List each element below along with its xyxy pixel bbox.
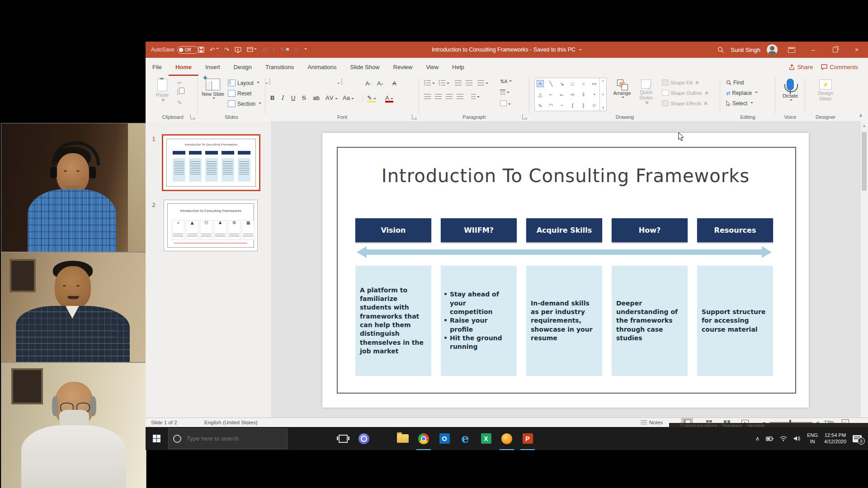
- tab-design[interactable]: Design: [227, 58, 259, 76]
- gallery-more-icon[interactable]: ⊽: [602, 106, 604, 110]
- new-slide-button[interactable]: New Slide: [202, 79, 224, 100]
- taskbar-app-orange[interactable]: [496, 427, 517, 450]
- comments-button[interactable]: Comments: [821, 64, 858, 70]
- shapes-gallery-scrollbar[interactable]: ∧ ∨ ⊽: [599, 78, 606, 111]
- slide-text-box-1[interactable]: A platform to familiarize students with …: [355, 266, 431, 376]
- layout-button[interactable]: Layout: [228, 80, 259, 86]
- elbow-arrow-icon[interactable]: ⌙: [560, 92, 564, 98]
- slide-text-box-4[interactable]: Deeper understanding of the frameworks t…: [612, 266, 688, 376]
- double-arrow-shape[interactable]: [361, 249, 768, 255]
- taskbar-app-powerpoint[interactable]: P: [517, 427, 538, 450]
- battery-icon[interactable]: [766, 436, 774, 441]
- text-highlight-button[interactable]: ✎: [367, 95, 376, 103]
- vertical-scrollbar[interactable]: ▲: [860, 121, 868, 418]
- line-shape-icon[interactable]: ╲: [549, 81, 552, 87]
- pie-shape-icon[interactable]: ◔: [593, 92, 596, 97]
- line-spacing-button[interactable]: [477, 80, 488, 86]
- taskbar-app-excel[interactable]: X: [476, 427, 496, 450]
- change-case-button[interactable]: Aa: [343, 95, 354, 101]
- arrow-shape-icon[interactable]: ↘: [560, 81, 564, 87]
- format-painter-icon[interactable]: ✎: [177, 99, 182, 106]
- shape-effects-button[interactable]: Shape Effects: [662, 100, 707, 106]
- slide-indicator[interactable]: Slide 1 of 2: [151, 418, 177, 427]
- language-tray[interactable]: ENG IN: [807, 432, 818, 445]
- bullets-button[interactable]: [424, 80, 435, 86]
- scrollbar-thumb[interactable]: [862, 132, 867, 191]
- replace-button[interactable]: ⇄ Replace: [726, 90, 758, 96]
- ribbon-display-options-button[interactable]: [784, 42, 799, 58]
- find-button[interactable]: Find: [726, 80, 744, 86]
- participant-video-1[interactable]: [1, 123, 146, 252]
- slide-nav-button-how[interactable]: How?: [612, 218, 688, 242]
- tab-help[interactable]: Help: [445, 58, 471, 76]
- select-button[interactable]: Select: [726, 100, 753, 107]
- shape-outline-button[interactable]: Shape Outline: [662, 90, 708, 96]
- rectangle-shape-icon[interactable]: □: [571, 81, 574, 86]
- slide-thumbnail-2[interactable]: Introduction to Consulting Frameworks » …: [164, 200, 258, 251]
- font-dialog-launcher[interactable]: ↘: [412, 114, 417, 119]
- action-center-icon[interactable]: 2: [853, 435, 862, 442]
- tab-insert[interactable]: Insert: [198, 58, 227, 76]
- slide-nav-button-acquire-skills[interactable]: Acquire Skills: [526, 218, 602, 242]
- reset-button[interactable]: Reset: [228, 90, 251, 97]
- participant-video-3[interactable]: [1, 362, 146, 488]
- taskbar-app-file-explorer[interactable]: [392, 427, 413, 450]
- arc-shape-icon[interactable]: ◠: [549, 103, 553, 108]
- start-button[interactable]: [146, 427, 167, 450]
- shapes-gallery[interactable]: A ╲ ↘ □ ○ ▭ △ ⌐ ⌙ ⇨ ⇩ ◔ ∿ ◠ ~: [534, 78, 607, 111]
- tab-home[interactable]: Home: [169, 58, 198, 76]
- curve-shape-icon[interactable]: ~: [560, 103, 563, 108]
- section-button[interactable]: Section: [228, 100, 261, 107]
- font-color-button[interactable]: A: [385, 95, 393, 103]
- convert-smartart-button[interactable]: [500, 100, 511, 107]
- wifi-icon[interactable]: [780, 436, 787, 441]
- user-name[interactable]: Sunil Singh: [731, 47, 760, 53]
- slide-nav-button-wiifm[interactable]: WIIFM?: [441, 218, 517, 242]
- slide-title[interactable]: Introduction To Consulting Frameworks: [322, 165, 809, 186]
- copy-icon[interactable]: [177, 89, 182, 95]
- scroll-down-icon[interactable]: ∨: [602, 93, 604, 96]
- strikethrough-button[interactable]: S: [302, 95, 306, 101]
- task-view-button[interactable]: [333, 427, 354, 450]
- speaker-icon[interactable]: [793, 436, 801, 441]
- taskbar-app-chrome[interactable]: [413, 427, 434, 450]
- search-icon[interactable]: [717, 47, 724, 53]
- scroll-up-icon[interactable]: ▲: [860, 124, 868, 128]
- paragraph-dialog-launcher[interactable]: ↘: [522, 114, 527, 119]
- down-arrow-shape-icon[interactable]: ⇩: [581, 92, 585, 98]
- participant-video-2[interactable]: [1, 252, 146, 362]
- slide-nav-button-resources[interactable]: Resources: [697, 218, 773, 242]
- columns-button[interactable]: [471, 94, 480, 100]
- taskbar-app-meeting[interactable]: [354, 427, 374, 450]
- restore-button[interactable]: [827, 42, 843, 58]
- text-box-shape-icon[interactable]: A: [537, 80, 544, 87]
- scroll-up-icon[interactable]: ∧: [602, 79, 604, 83]
- taskbar-search[interactable]: [168, 428, 288, 449]
- chevron-down-icon[interactable]: [579, 49, 582, 52]
- shape-fill-button[interactable]: Shape Fill: [662, 80, 698, 85]
- slide-text-box-5[interactable]: Support structure for accessing course m…: [697, 266, 773, 376]
- clipboard-dialog-launcher[interactable]: ↘: [190, 114, 195, 119]
- shrink-font-button[interactable]: A˅: [377, 80, 383, 86]
- dictate-button[interactable]: Dictate: [780, 79, 800, 102]
- numbering-button[interactable]: [439, 80, 449, 86]
- scribble-shape-icon[interactable]: ∿: [538, 103, 542, 108]
- clock-tray[interactable]: 12:54 PM 4/12/2020: [824, 432, 846, 445]
- text-direction-button[interactable]: ⇅A: [500, 79, 512, 84]
- avatar[interactable]: [767, 44, 778, 55]
- left-brace-shape-icon[interactable]: {: [572, 103, 574, 108]
- clear-formatting-button[interactable]: A: [392, 80, 396, 86]
- taskbar-app-edge[interactable]: e: [455, 427, 476, 450]
- tab-slideshow[interactable]: Slide Show: [343, 58, 386, 76]
- decrease-indent-icon[interactable]: [455, 80, 462, 86]
- slide-text-box-3[interactable]: In-demand skills as per industry require…: [526, 266, 602, 376]
- tab-review[interactable]: Review: [387, 58, 420, 76]
- quick-styles-button[interactable]: Quick Styles: [636, 80, 656, 104]
- character-spacing-button[interactable]: AV: [326, 95, 338, 101]
- justify-icon[interactable]: [457, 94, 463, 100]
- oval-shape-icon[interactable]: ○: [582, 81, 585, 86]
- bold-button[interactable]: B: [270, 95, 274, 101]
- slide-thumbnail-1[interactable]: Introduction To Consulting Frameworks: [162, 134, 260, 191]
- right-brace-shape-icon[interactable]: }: [582, 103, 584, 108]
- tab-transitions[interactable]: Transitions: [259, 58, 301, 76]
